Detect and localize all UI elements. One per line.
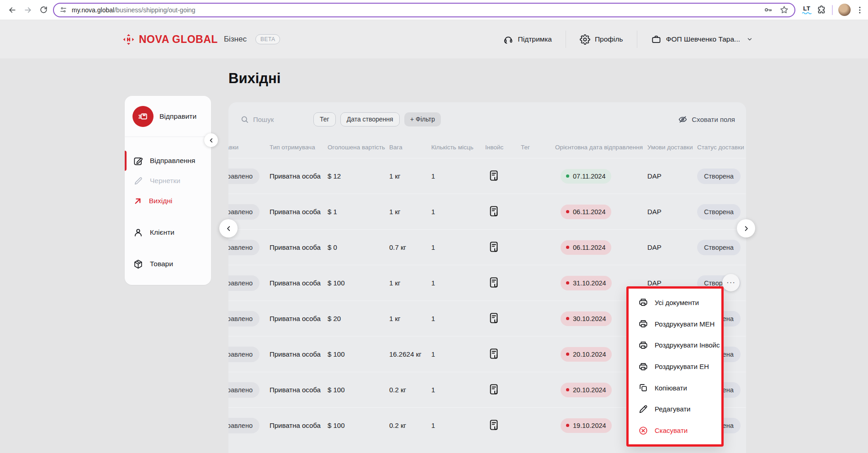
profile-label: Профіль [595,35,623,43]
browser-forward-button[interactable] [20,2,36,18]
shipment-row[interactable]: правленоПриватна особа$ 121 кг107.11.202… [228,158,746,194]
date-status-dot-icon [566,281,569,284]
menu-item-edit[interactable]: Редагувати [629,399,721,420]
table-scroll-right-button[interactable] [737,219,755,237]
profile-button[interactable]: Профіль [566,20,637,58]
box-icon [133,259,143,269]
invoice-cell [485,241,521,254]
ship-date-chip: 20.10.2024 [561,383,612,397]
delivery-status-cell: Створена [697,204,746,220]
invoice-icon[interactable] [488,169,500,182]
send-status-chip: правлено [228,347,259,362]
menu-item-printer[interactable]: Усі документи [629,292,721,313]
declared-value-cell: $ 100 [328,350,389,358]
places-cell: 1 [431,279,485,287]
menu-item-printer[interactable]: Роздрукувати МЕН [629,313,721,335]
brand-logo[interactable]: NOVA GLOBAL Бізнес BETA [122,33,280,46]
menu-item-label: Роздрукувати ЕН [655,363,709,370]
weight-cell: 0.2 кг [389,421,431,429]
recipient-type-cell: Приватна особа [270,315,328,322]
browser-profile-avatar[interactable] [838,4,851,16]
places-cell: 1 [431,386,485,394]
filter-chip[interactable]: Дата створення [340,112,400,126]
menu-item-label: Роздрукувати МЕН [655,320,715,328]
browser-reload-button[interactable] [36,2,51,18]
column-header: Умови доставки [647,144,697,151]
ship-date-cell: 06.11.2024 [555,240,647,255]
send-status-chip: правлено [228,311,259,327]
ship-date-chip: 20.10.2024 [561,347,612,362]
places-cell: 1 [431,208,485,216]
page-title: Вихідні [228,70,281,87]
declared-value-cell: $ 20 [328,315,389,322]
invoice-icon[interactable] [488,241,500,253]
invoice-cell [485,169,521,183]
column-header: авки [228,144,267,151]
hide-fields-button[interactable]: Сховати поля [678,115,735,124]
declared-value-cell: $ 12 [328,172,389,180]
column-header: Кількість місць [431,144,485,151]
send-status-chip: правлено [228,240,259,255]
account-label: ФОП Шевченко Тара... [666,35,740,43]
menu-item-cancel-danger[interactable]: Скасувати [629,420,721,441]
filter-chip[interactable]: + Фільтр [404,112,441,126]
sidebar-item-товари[interactable]: Товари [125,254,211,274]
date-status-dot-icon [566,210,569,213]
column-header: Оголошена вартість [328,144,389,151]
delivery-status-cell: Створена [697,240,746,255]
sidebar-item-вихідні[interactable]: Вихідні [125,191,211,211]
filter-chip[interactable]: Тег [313,112,336,126]
invoice-icon[interactable] [488,419,500,431]
invoice-icon[interactable] [488,312,500,324]
nova-global-logo-icon [122,33,135,46]
password-key-icon[interactable] [763,5,773,15]
sidebar-item-чернетки[interactable]: Чернетки [125,171,211,191]
invoice-cell [485,419,521,432]
row-actions-more-button[interactable]: ··· [722,274,740,291]
invoice-icon[interactable] [488,383,500,395]
send-button[interactable]: Відправити [125,96,211,137]
browser-menu-dots-icon[interactable] [855,5,864,15]
menu-item-printer[interactable]: Роздрукувати ЕН [629,356,721,377]
profile-divider [832,5,833,15]
headset-icon [503,34,513,45]
menu-item-printer[interactable]: Роздрукувати Інвойс [629,334,721,356]
languagetool-extension-icon[interactable]: LT [800,6,814,14]
delivery-terms-cell: DAP [647,243,697,251]
search-icon [240,115,249,124]
url-bar[interactable]: my.nova.global/business/shipping/out-goi… [53,3,795,17]
invoice-icon[interactable] [488,205,500,217]
table-scroll-left-button[interactable] [219,219,238,237]
send-status-chip: правлено [228,169,259,184]
ship-date-chip: 06.11.2024 [561,240,611,255]
sidebar-item-відправлення[interactable]: Відправлення [125,151,211,171]
weight-cell: 16.2624 кг [389,350,431,358]
browser-back-button[interactable] [5,2,20,18]
ship-date-chip: 19.10.2024 [561,418,612,433]
hide-fields-label: Сховати поля [692,116,735,123]
menu-item-label: Скасувати [655,427,688,434]
briefcase-icon [651,34,662,45]
search-input[interactable] [253,116,303,123]
shipment-row[interactable]: правленоПриватна особа$ 11 кг106.11.2024… [228,194,746,229]
support-label: Підтримка [518,35,552,43]
invoice-icon[interactable] [488,348,500,360]
sidebar-collapse-button[interactable] [204,133,218,147]
support-button[interactable]: Підтримка [489,20,566,58]
delivery-status-chip: Створена [697,169,741,184]
shipment-row[interactable]: правленоПриватна особа$ 00.7 кг106.11.20… [228,229,746,265]
column-header: Інвойс [485,144,521,151]
menu-item-label: Копіювати [655,384,687,392]
invoice-cell [485,383,521,397]
menu-item-copy[interactable]: Копіювати [629,377,721,399]
invoice-icon[interactable] [488,276,500,289]
filter-chips: ТегДата створення+ Фільтр [313,112,441,126]
printer-icon [638,362,648,372]
search-box[interactable] [240,115,309,124]
account-switcher[interactable]: ФОП Шевченко Тара... [637,20,753,58]
sidebar-item-клієнти[interactable]: Клієнти [125,222,211,242]
date-status-dot-icon [566,424,569,427]
column-header: Тип отримувача [270,144,328,151]
extensions-puzzle-icon[interactable] [816,5,826,15]
bookmark-star-icon[interactable] [779,5,789,15]
